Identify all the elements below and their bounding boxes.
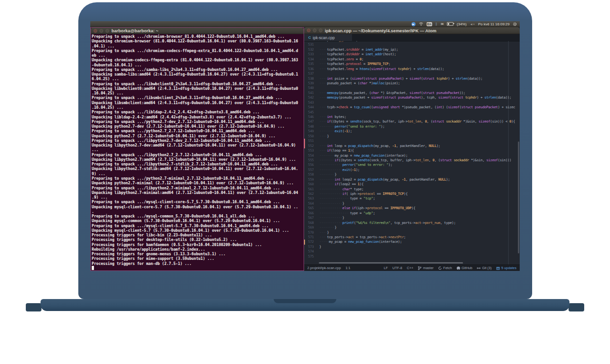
code-text (316, 71, 520, 76)
terminal-titlebar[interactable]: barborka@barborka: ~ (91, 28, 304, 34)
line-number: 571 (304, 235, 316, 240)
terminal-line: 9) ... (92, 171, 303, 176)
keyboard-layout-indicator[interactable]: En (427, 22, 432, 26)
code-text: ················type = "tcp"; (316, 196, 520, 201)
terminal-body[interactable]: Preparing to unpack .../chromium-browser… (91, 34, 304, 270)
code-line: 536····tcpPacket.leng = htons(sizeof(str… (304, 67, 520, 71)
tab-ipk-scan[interactable]: C ipk-scan.cpp (304, 34, 352, 41)
line-number: 536 (304, 67, 316, 71)
line-number: 551 (304, 139, 316, 143)
laptop-hinge-left (26, 303, 41, 311)
vertical-scrollbar[interactable] (518, 141, 519, 253)
terminal-line: Processing triggers for bamfdaemon (0.5.… (92, 242, 303, 247)
atom-minimize-button[interactable] (313, 29, 317, 32)
code-text: ····tcpPacket.protocol = IPPROTO_TCP; (316, 62, 520, 66)
fetch-label: Fetch (443, 266, 452, 270)
atom-titlebar[interactable]: ipk-scan.cpp — ~/Dokumenty/4.semester/IP… (304, 27, 520, 34)
line-number: 573 (304, 245, 316, 249)
terminal-line: Unpacking libpython2.7:amd64 (2.7.12-1ub… (92, 157, 303, 162)
status-git[interactable]: Git (3) (477, 266, 492, 270)
status-file-path[interactable]: 2.projekt/ipk-scan.cpp (307, 266, 341, 270)
bluetooth-icon[interactable]: ᛒ (435, 22, 438, 26)
code-line: 539····pseudo_packet = (char *)malloc(ps… (304, 81, 520, 86)
status-encoding[interactable]: UTF-8 (393, 266, 402, 270)
status-updates[interactable]: 5 updates (496, 266, 516, 270)
code-line: 553····if(loop == 1){ (304, 148, 520, 153)
code-line: 567············} (304, 216, 520, 220)
code-text: ············printf("%d/%s filtered\n", t… (316, 221, 520, 225)
status-language[interactable]: C++ (407, 266, 413, 270)
code-line: 546····int bytes; (304, 115, 520, 119)
clock[interactable]: Po kvě 11 16:09:29 (478, 22, 510, 26)
code-text: ····} (316, 230, 520, 235)
git-label: Git (3) (482, 266, 492, 270)
terminal-line: Preparing to unpack .../libpython2.7-dev… (92, 138, 303, 143)
terminal-line: Unpacking mysql-common (5.7.30-0ubuntu0.… (92, 218, 303, 223)
status-line-ending[interactable]: LF (384, 266, 388, 270)
terminal-minimize-button[interactable] (100, 29, 103, 33)
terminal-line: Unpacking libpython2.7-stdlib:amd64 (2.7… (92, 166, 303, 171)
code-line: 558········} (304, 172, 520, 177)
terminal-title: barborka@barborka: ~ (111, 28, 158, 33)
volume-muted-icon[interactable]: ◄× (470, 23, 475, 26)
telegram-icon[interactable] (411, 22, 416, 26)
terminal-maximize-button[interactable] (106, 29, 109, 33)
atom-title: ipk-scan.cpp — ~/Dokumenty/4.semester/IP… (325, 28, 436, 33)
code-line: 562············if( iph->protocol == IPPR… (304, 192, 520, 196)
session-gear-icon[interactable] (513, 22, 517, 26)
terminal-line: Unpacking python2.7-dev (2.7.12-1ubuntu0… (92, 124, 303, 129)
code-text (316, 249, 520, 254)
atom-maximize-button[interactable] (319, 29, 323, 32)
mail-icon[interactable]: ✉ (441, 22, 444, 26)
code-text (316, 86, 520, 90)
terminal-line: Processing triggers for gnome-menus (3.1… (92, 252, 303, 256)
atom-window: ipk-scan.cpp — ~/Dokumenty/4.semester/IP… (304, 27, 520, 271)
status-cursor-position[interactable]: 1:1 (346, 266, 350, 270)
line-number: 538 (304, 76, 316, 81)
sync-icon (438, 266, 442, 270)
github-label: GitHub (462, 266, 472, 270)
terminal-line: Unpacking mysql-client-5.7 (5.7.30-0ubun… (92, 228, 303, 233)
code-line: 565············else if(iph->protocol == … (304, 206, 520, 211)
line-number: 556 (304, 163, 316, 167)
line-number: 560 (304, 182, 316, 187)
code-text: ········perror("send to error: "); (316, 124, 520, 129)
line-number: 533 (304, 52, 316, 57)
code-text (316, 42, 520, 47)
horizontal-scrollbar[interactable] (319, 262, 463, 264)
code-line: 574 (304, 249, 520, 254)
code-line: 566················type = "udp"; (304, 211, 520, 216)
code-line: 550····} (304, 134, 520, 139)
wifi-icon[interactable] (419, 22, 423, 26)
code-line: 548········perror("send to error: "); (304, 124, 520, 129)
battery-icon[interactable] (447, 22, 453, 26)
line-number: 557 (304, 168, 316, 172)
code-text (316, 100, 520, 105)
code-editor[interactable]: 530··tcph->urg_ptr = 0;531532····tcpPack… (304, 41, 520, 264)
code-text: ············exit(-1); (316, 168, 520, 172)
branch-icon (418, 266, 422, 270)
status-github[interactable]: GitHub (457, 266, 472, 270)
atom-close-button[interactable] (307, 29, 311, 32)
line-number: 552 (304, 144, 316, 148)
terminal-line: Preparing to unpack .../python2.7-dev_2.… (92, 119, 303, 124)
code-line: 557············exit(-1); (304, 168, 520, 172)
battery-fill (448, 23, 449, 25)
terminal-line: Unpacking samba-libs:amd64 (2:4.3.11+dfs… (92, 72, 303, 76)
status-fetch[interactable]: Fetch (438, 266, 452, 270)
line-number: 553 (304, 148, 316, 153)
line-number: 544 (304, 105, 316, 110)
code-text: ········} (316, 225, 520, 230)
code-text (316, 139, 520, 143)
line-number: 565 (304, 206, 316, 211)
line-number: 539 (304, 81, 316, 86)
code-line: 532····tcpPacket.srcAddr = inet_addr(my_… (304, 47, 520, 52)
terminal-line: Processing triggers for libc-bin (2.23-0… (92, 233, 303, 237)
code-text: ········my_pcap = new_pcap_funcion(inter… (316, 153, 520, 158)
terminal-line: Preparing to unpack .../chromium-browser… (92, 34, 303, 39)
code-line: 542····memcpy(pseudo_packet + sizeof(str… (304, 95, 520, 100)
terminal-cursor (92, 266, 94, 270)
line-number: 563 (304, 196, 316, 201)
terminal-close-button[interactable] (94, 29, 97, 33)
status-git-branch[interactable]: master (418, 266, 434, 270)
